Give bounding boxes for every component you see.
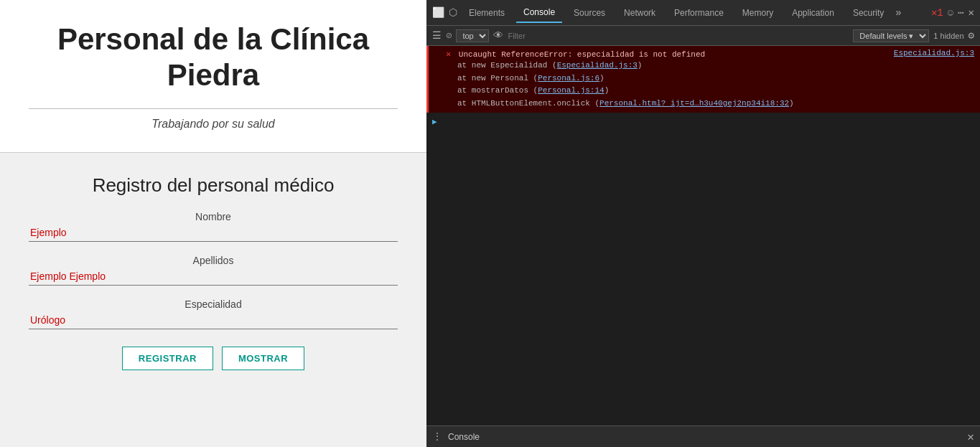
error-block: ✕ Uncaught ReferenceError: especialidad … <box>426 46 980 113</box>
console-output: ✕ Uncaught ReferenceError: especialidad … <box>426 46 980 425</box>
page-title: Personal de la Clínica Piedra <box>29 22 398 94</box>
tab-security[interactable]: Security <box>846 4 891 22</box>
error-main-link[interactable]: Especialidad.js:3 <box>894 49 974 57</box>
bottom-console-label[interactable]: Console <box>448 432 480 442</box>
filter-input[interactable] <box>508 32 565 40</box>
trace-line-1: at new Personal (Personal.js:6) <box>457 72 974 85</box>
trace-link-3[interactable]: Personal.html? ijt=d…h3u40gej2np34i18:32 <box>599 99 789 108</box>
context-select[interactable]: top <box>456 29 489 42</box>
nombre-label: Nombre <box>29 211 398 222</box>
registrar-button[interactable]: REGISTRAR <box>122 347 213 370</box>
clear-console-icon[interactable]: ⊘ <box>446 29 452 42</box>
console-toolbar: ☰ ⊘ top 👁 Default levels ▾ 1 hidden ⚙ <box>426 26 980 46</box>
more-options-icon[interactable]: ⋯ <box>958 6 963 19</box>
close-devtools-icon[interactable]: ✕ <box>969 6 974 19</box>
error-icon: ✕ <box>446 50 451 60</box>
form-section: Registro del personal médico Nombre Apel… <box>0 153 426 385</box>
error-main-text: Uncaught ReferenceError: especialidad is… <box>459 50 705 59</box>
tab-console[interactable]: Console <box>516 3 562 23</box>
subtitle: Trabajando por su salud <box>29 118 398 138</box>
button-row: REGISTRAR MOSTRAR <box>29 347 398 370</box>
error-badge: ✕1 <box>931 6 943 19</box>
web-panel: Personal de la Clínica Piedra Trabajando… <box>0 0 426 447</box>
console-sidebar-icon[interactable]: ☰ <box>432 29 442 42</box>
dock-icon[interactable]: ⬜ <box>432 6 444 19</box>
trace-link-0[interactable]: Especialidad.js:3 <box>557 61 638 70</box>
console-prompt: ▶ <box>426 113 980 131</box>
especialidad-field-group: Especialidad <box>29 298 398 329</box>
form-title: Registro del personal médico <box>29 174 398 197</box>
trace-text-3: at HTMLButtonElement.onclick ( <box>457 99 599 108</box>
devtools-panel: ⬜ ⬡ Elements Console Sources Network Per… <box>426 0 980 447</box>
tab-elements[interactable]: Elements <box>462 4 512 22</box>
trace-link-1[interactable]: Personal.js:6 <box>538 74 599 83</box>
header-section: Personal de la Clínica Piedra Trabajando… <box>0 0 426 153</box>
trace-line-3: at HTMLButtonElement.onclick (Personal.h… <box>457 98 974 110</box>
nombre-input[interactable] <box>29 224 398 242</box>
more-tabs-icon[interactable]: » <box>895 7 901 19</box>
error-trace-block: at new Especialidad (Especialidad.js:3) … <box>446 60 974 110</box>
error-main-content: ✕ Uncaught ReferenceError: especialidad … <box>446 49 705 60</box>
trace-line-2: at mostrarDatos (Personal.js:14) <box>457 85 974 98</box>
apellidos-field-group: Apellidos <box>29 255 398 286</box>
settings-icon[interactable]: ⚙ <box>969 29 974 42</box>
bottom-close-icon[interactable]: ✕ <box>967 430 974 444</box>
devtools-toolbar: ⬜ ⬡ Elements Console Sources Network Per… <box>426 0 980 26</box>
bottom-dots-icon[interactable]: ⋮ <box>432 430 442 443</box>
tab-sources[interactable]: Sources <box>566 4 612 22</box>
trace-text-2: at mostrarDatos ( <box>457 86 538 95</box>
trace-link-2[interactable]: Personal.js:14 <box>538 86 604 95</box>
apellidos-label: Apellidos <box>29 255 398 266</box>
hidden-count-badge: 1 hidden <box>933 32 963 40</box>
default-levels-select[interactable]: Default levels ▾ <box>853 29 929 42</box>
prompt-arrow-icon: ▶ <box>432 117 437 126</box>
divider-top <box>29 108 398 109</box>
trace-line-0: at new Especialidad (Especialidad.js:3) <box>457 60 974 72</box>
emoji-icon[interactable]: ☺ <box>948 7 953 19</box>
tab-network[interactable]: Network <box>617 4 663 22</box>
trace-text-0: at new Especialidad ( <box>457 61 557 70</box>
tab-application[interactable]: Application <box>785 4 841 22</box>
bottom-bar: ⋮ Console ✕ <box>426 425 980 447</box>
especialidad-input[interactable] <box>29 311 398 329</box>
screenshot-icon[interactable]: ⬡ <box>449 6 457 19</box>
error-main-line: ✕ Uncaught ReferenceError: especialidad … <box>446 49 974 60</box>
nombre-field-group: Nombre <box>29 211 398 242</box>
trace-text-1: at new Personal ( <box>457 74 538 83</box>
eye-icon[interactable]: 👁 <box>493 30 503 42</box>
mostrar-button[interactable]: MOSTRAR <box>222 347 304 370</box>
especialidad-label: Especialidad <box>29 298 398 310</box>
apellidos-input[interactable] <box>29 268 398 286</box>
tab-performance[interactable]: Performance <box>667 4 731 22</box>
tab-memory[interactable]: Memory <box>735 4 780 22</box>
